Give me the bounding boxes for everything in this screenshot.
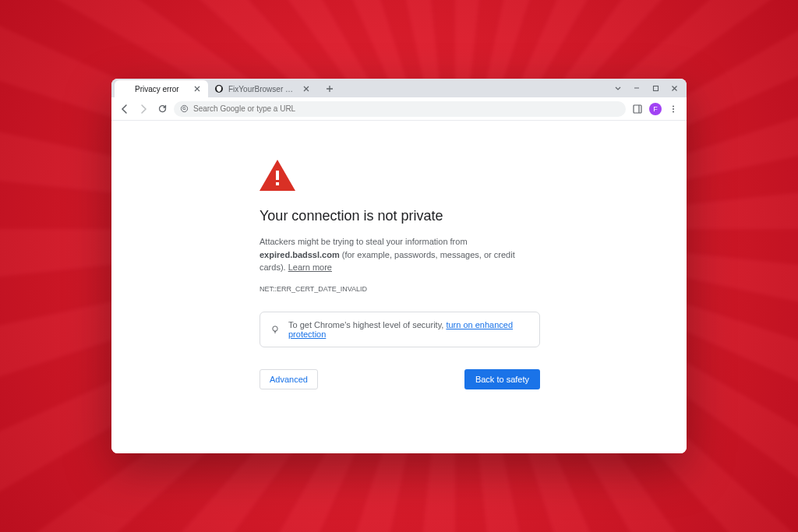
tab-strip: Privacy error FixYourBrowser – Your Trus… bbox=[115, 79, 682, 97]
omnibox[interactable]: G bbox=[174, 101, 626, 117]
svg-point-7 bbox=[673, 108, 674, 110]
reload-button[interactable] bbox=[155, 102, 169, 116]
svg-rect-9 bbox=[276, 171, 279, 180]
error-domain: expired.badssl.com bbox=[260, 250, 340, 259]
error-code: NET::ERR_CERT_DATE_INVALID bbox=[260, 285, 540, 293]
window-controls bbox=[609, 79, 683, 97]
tab-label: Privacy error bbox=[135, 85, 188, 93]
tab-privacy-error[interactable]: Privacy error bbox=[115, 80, 208, 97]
ssl-error-interstitial: Your connection is not private Attackers… bbox=[260, 160, 540, 389]
tab-fixyourbrowser[interactable]: FixYourBrowser – Your Trusted S... bbox=[208, 80, 317, 97]
back-to-safety-button[interactable]: Back to safety bbox=[464, 369, 540, 389]
close-icon[interactable] bbox=[302, 84, 311, 93]
svg-point-11 bbox=[273, 326, 277, 330]
close-window-button[interactable] bbox=[665, 80, 683, 96]
error-heading: Your connection is not private bbox=[260, 208, 540, 224]
menu-button[interactable] bbox=[666, 102, 680, 116]
avatar-initial: F bbox=[653, 105, 658, 113]
svg-rect-1 bbox=[653, 86, 658, 90]
enhanced-protection-tip: To get Chrome's highest level of securit… bbox=[260, 312, 540, 347]
omnibox-input[interactable] bbox=[193, 104, 620, 113]
advanced-button[interactable]: Advanced bbox=[260, 369, 318, 389]
svg-rect-4 bbox=[634, 105, 641, 113]
favicon-blank bbox=[121, 84, 130, 93]
profile-avatar[interactable]: F bbox=[649, 103, 662, 115]
svg-point-6 bbox=[673, 105, 674, 107]
svg-rect-10 bbox=[276, 182, 279, 185]
forward-button[interactable] bbox=[136, 102, 150, 116]
new-tab-button[interactable] bbox=[322, 81, 337, 97]
shield-icon bbox=[214, 84, 224, 93]
titlebar: Privacy error FixYourBrowser – Your Trus… bbox=[111, 79, 687, 97]
lightbulb-icon bbox=[270, 324, 281, 335]
svg-point-8 bbox=[673, 111, 674, 112]
error-body: Attackers might be trying to steal your … bbox=[260, 235, 540, 274]
warning-triangle-icon bbox=[260, 160, 295, 191]
search-engine-icon: G bbox=[180, 104, 189, 113]
tab-label: FixYourBrowser – Your Trusted S... bbox=[228, 85, 297, 93]
close-icon[interactable] bbox=[192, 84, 202, 93]
svg-text:G: G bbox=[182, 106, 185, 111]
back-button[interactable] bbox=[118, 102, 132, 116]
page-content: Your connection is not private Attackers… bbox=[111, 121, 687, 453]
side-panel-button[interactable] bbox=[630, 102, 644, 116]
minimize-button[interactable] bbox=[627, 80, 646, 96]
toolbar: G F bbox=[111, 97, 687, 121]
button-row: Advanced Back to safety bbox=[260, 369, 540, 389]
learn-more-link[interactable]: Learn more bbox=[288, 262, 332, 272]
maximize-button[interactable] bbox=[646, 80, 665, 96]
tabs-dropdown-button[interactable] bbox=[609, 80, 627, 96]
browser-window: Privacy error FixYourBrowser – Your Trus… bbox=[111, 79, 687, 453]
